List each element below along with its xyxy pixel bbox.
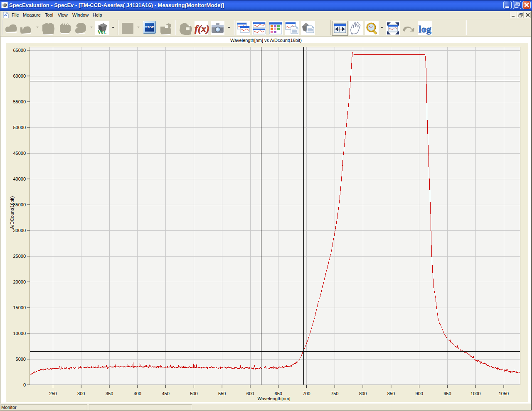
- svg-text:5000: 5000: [16, 357, 26, 362]
- svg-text:25000: 25000: [13, 254, 26, 259]
- svg-text:900: 900: [415, 391, 423, 396]
- svg-text:60000: 60000: [13, 73, 26, 78]
- svg-text:10000: 10000: [13, 331, 26, 336]
- svg-text:A/DCount(16bit): A/DCount(16bit): [10, 196, 15, 229]
- svg-text:950: 950: [443, 391, 451, 396]
- svg-text:350: 350: [106, 391, 113, 396]
- svg-text:35000: 35000: [13, 202, 26, 207]
- svg-text:55000: 55000: [13, 99, 26, 104]
- svg-text:700: 700: [303, 391, 310, 396]
- svg-text:550: 550: [218, 391, 226, 396]
- svg-text:850: 850: [387, 391, 395, 396]
- svg-text:1050: 1050: [499, 391, 509, 396]
- svg-text:30000: 30000: [13, 228, 26, 233]
- svg-text:65000: 65000: [13, 48, 26, 53]
- svg-text:300: 300: [77, 391, 85, 396]
- svg-text:800: 800: [359, 391, 367, 396]
- svg-text:log: log: [419, 24, 431, 34]
- svg-text:Ver.: Ver.: [98, 29, 106, 35]
- svg-text:750: 750: [331, 391, 338, 396]
- svg-text:500: 500: [190, 391, 197, 396]
- svg-text:Wavelength[nm]: Wavelength[nm]: [257, 396, 290, 401]
- svg-text:400: 400: [134, 391, 141, 396]
- svg-text:40000: 40000: [13, 176, 26, 181]
- svg-text:50000: 50000: [13, 125, 26, 130]
- svg-text:15000: 15000: [13, 305, 26, 310]
- svg-text:600: 600: [246, 391, 254, 396]
- svg-text:1000: 1000: [470, 391, 480, 396]
- svg-text:250: 250: [49, 391, 57, 396]
- svg-text:650: 650: [275, 391, 282, 396]
- svg-text:45000: 45000: [13, 151, 26, 156]
- svg-text:0: 0: [23, 382, 26, 387]
- svg-text:20000: 20000: [13, 279, 26, 284]
- svg-text:450: 450: [162, 391, 169, 396]
- svg-text:f(x): f(x): [195, 23, 209, 34]
